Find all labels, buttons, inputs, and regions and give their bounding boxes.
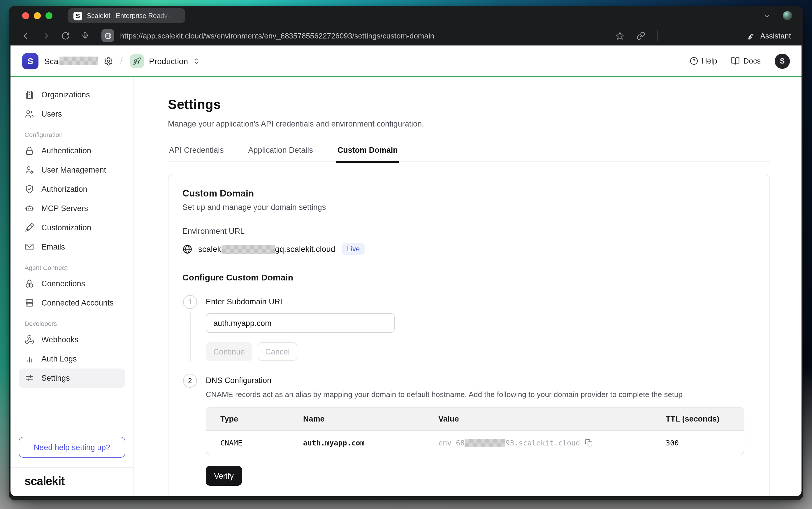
address-bar[interactable]: https://app.scalekit.cloud/ws/environmen… — [120, 31, 607, 40]
step-2: 2 DNS Configuration CNAME records act as… — [182, 374, 755, 486]
users-icon — [25, 109, 34, 119]
docs-button[interactable]: Docs — [731, 57, 761, 65]
sidebar-item-label: Auth Logs — [41, 354, 77, 363]
user-gear-icon — [25, 165, 34, 175]
sidebar-item-user-management[interactable]: User Management — [19, 160, 125, 179]
minimize-window-button[interactable] — [34, 12, 41, 19]
lock-icon — [25, 146, 34, 156]
tab-application-details[interactable]: Application Details — [247, 142, 314, 162]
assistant-label: Assistant — [761, 31, 791, 40]
record-name: auth.myapp.com — [303, 438, 438, 447]
step-1: 1 Enter Subdomain URL Continue Cancel — [182, 295, 755, 361]
sidebar-section-developers: Developers — [19, 320, 125, 327]
cancel-button[interactable]: Cancel — [258, 342, 297, 361]
sliders-icon — [25, 373, 34, 383]
forward-icon[interactable] — [38, 29, 52, 42]
browser-tab[interactable]: S Scalekit | Enterprise Ready A — [68, 8, 185, 23]
verify-button[interactable]: Verify — [206, 466, 242, 486]
need-help-button[interactable]: Need help setting up? — [19, 437, 125, 458]
sidebar-item-authorization[interactable]: Authorization — [19, 179, 125, 199]
sidebar-item-auth-logs[interactable]: Auth Logs — [19, 349, 125, 369]
subdomain-label: Enter Subdomain URL — [206, 297, 755, 306]
browser-tab-strip: S Scalekit | Enterprise Ready A — [10, 6, 802, 26]
copy-icon[interactable] — [585, 438, 593, 447]
environment-selector[interactable]: Production — [149, 56, 188, 66]
shield-check-icon — [25, 184, 34, 194]
sidebar-item-settings[interactable]: Settings — [19, 369, 125, 388]
gear-icon[interactable] — [104, 56, 113, 66]
page-title: Settings — [168, 97, 770, 112]
tab-custom-domain[interactable]: Custom Domain — [336, 142, 399, 162]
browser-profile-avatar[interactable] — [783, 11, 792, 21]
app-header: S Sca / Production — [10, 45, 802, 77]
sidebar-item-organizations[interactable]: Organizations — [19, 85, 125, 104]
site-info-globe-icon[interactable] — [101, 29, 114, 42]
sidebar-item-label: Authorization — [41, 185, 87, 194]
docs-label: Docs — [743, 57, 761, 65]
robot-icon — [25, 203, 34, 213]
workspace-name[interactable]: Sca — [44, 56, 58, 66]
record-value: env_6893.scalekit.cloud — [438, 438, 666, 447]
sidebar-item-webhooks[interactable]: Webhooks — [19, 330, 125, 349]
scalekit-logo: scalekit — [25, 475, 119, 488]
dns-table: Type Name Value TTL (seconds) CNAME auth… — [206, 407, 744, 455]
sidebar-item-label: User Management — [41, 166, 106, 174]
custom-domain-card: Custom Domain Set up and manage your dom… — [168, 174, 770, 496]
close-window-button[interactable] — [22, 12, 29, 19]
redacted-env-url — [221, 245, 275, 253]
rocket-icon — [130, 54, 144, 68]
sidebar-item-label: Customization — [41, 223, 91, 232]
web-content: S Sca / Production — [10, 45, 802, 496]
redacted-record-value — [465, 439, 505, 447]
sidebar-item-authentication[interactable]: Authentication — [19, 141, 125, 160]
assistant-icon — [748, 31, 756, 40]
sidebar-footer: scalekit — [10, 467, 134, 496]
chevron-down-icon[interactable] — [760, 9, 774, 23]
sidebar-item-label: Connections — [41, 279, 85, 288]
sidebar-item-emails[interactable]: Emails — [19, 237, 125, 257]
live-badge: Live — [342, 243, 365, 255]
mail-icon — [25, 242, 34, 252]
record-type: CNAME — [220, 438, 303, 447]
brush-icon — [25, 223, 34, 233]
card-heading: Custom Domain — [182, 188, 755, 199]
back-icon[interactable] — [19, 29, 33, 42]
sidebar-item-users[interactable]: Users — [19, 104, 125, 124]
sidebar-item-connected-accounts[interactable]: Connected Accounts — [19, 293, 125, 312]
sidebar-section-agent-connect: Agent Connect — [19, 264, 125, 271]
screen: S Scalekit | Enterprise Ready A — [0, 0, 812, 509]
sidebar-item-customization[interactable]: Customization — [19, 218, 125, 237]
workspace-logo[interactable]: S — [22, 53, 38, 69]
window-controls — [22, 12, 52, 19]
sidebar-item-label: Webhooks — [41, 335, 78, 344]
chevrons-up-down-icon[interactable] — [192, 57, 200, 65]
page-subtitle: Manage your application's API credential… — [168, 120, 770, 128]
browser-toolbar: https://app.scalekit.cloud/ws/environmen… — [10, 26, 802, 45]
browser-window: S Scalekit | Enterprise Ready A — [9, 6, 803, 500]
scalekit-favicon: S — [73, 11, 82, 20]
server-icon — [25, 298, 34, 308]
dns-configuration-label: DNS Configuration — [206, 376, 755, 385]
sidebar-item-mcp-servers[interactable]: MCP Servers — [19, 199, 125, 218]
copy-link-icon[interactable] — [634, 29, 648, 42]
sidebar-item-label: Users — [41, 110, 62, 118]
reload-icon[interactable] — [58, 29, 72, 42]
sidebar-item-label: Organizations — [41, 90, 90, 99]
help-button[interactable]: Help — [689, 57, 717, 65]
sidebar-item-label: Emails — [41, 242, 65, 251]
redacted-workspace-name — [60, 57, 98, 65]
bar-chart-icon — [25, 354, 34, 364]
zoom-window-button[interactable] — [45, 12, 52, 19]
mic-icon[interactable] — [78, 29, 92, 42]
subdomain-input[interactable] — [206, 313, 395, 333]
bookmark-star-icon[interactable] — [613, 29, 627, 42]
continue-button[interactable]: Continue — [206, 342, 252, 361]
assistant-button[interactable]: Assistant — [748, 31, 791, 40]
tab-api-credentials[interactable]: API Credentials — [168, 142, 225, 162]
dns-table-header: Type Name Value TTL (seconds) — [206, 408, 744, 430]
environment-url-label: Environment URL — [182, 227, 755, 236]
sidebar-item-connections[interactable]: Connections — [19, 274, 125, 293]
user-avatar[interactable]: S — [775, 53, 790, 69]
step-2-number: 2 — [183, 374, 197, 388]
col-ttl: TTL (seconds) — [666, 414, 730, 423]
